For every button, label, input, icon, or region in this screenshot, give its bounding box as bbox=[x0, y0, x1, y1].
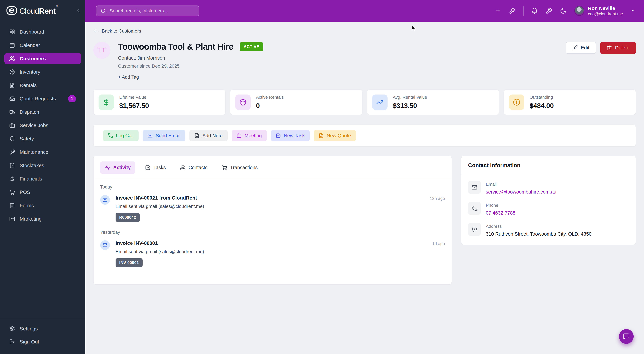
sidebar-item-marketing[interactable]: Marketing bbox=[4, 213, 81, 224]
detail-tabs: Activity Tasks Contacts Transaction bbox=[100, 161, 445, 174]
stat-card-outstanding: Outstanding $484.00 bbox=[504, 90, 636, 115]
dollar-icon bbox=[9, 176, 15, 182]
activity-timestamp: 12h ago bbox=[430, 196, 445, 201]
activity-description: Email sent via gmail (sales@cloudrent.me… bbox=[116, 204, 204, 209]
new-quote-button[interactable]: New Quote bbox=[314, 130, 356, 141]
chat-widget-button[interactable] bbox=[619, 329, 634, 344]
tab-contacts[interactable]: Contacts bbox=[176, 161, 212, 174]
send-email-button[interactable]: Send Email bbox=[142, 130, 185, 141]
plus-icon bbox=[494, 8, 501, 14]
sidebar-item-quote-requests[interactable]: Quote Requests 1 bbox=[4, 93, 81, 104]
page-title: Toowoomba Tool & Plant Hire bbox=[118, 42, 233, 52]
feed-group-heading: Yesterday bbox=[100, 230, 445, 235]
delete-button[interactable]: Delete bbox=[600, 42, 636, 54]
action-label: Meeting bbox=[245, 133, 262, 138]
activity-reference-chip[interactable]: R000042 bbox=[116, 213, 140, 222]
phone-icon bbox=[468, 202, 481, 215]
add-tag-button[interactable]: + Add Tag bbox=[118, 74, 139, 80]
sidebar-item-settings[interactable]: Settings bbox=[4, 323, 81, 334]
chevron-down-icon bbox=[631, 8, 636, 14]
stat-label: Lifetime Value bbox=[119, 95, 149, 100]
sidebar-item-label: Inventory bbox=[20, 69, 40, 75]
sidebar-item-maintenance[interactable]: Maintenance bbox=[4, 147, 81, 158]
activity-reference-chip[interactable]: INV-00001 bbox=[116, 258, 142, 267]
sidebar-item-rentals[interactable]: Rentals bbox=[4, 80, 81, 91]
global-search[interactable] bbox=[96, 6, 199, 16]
tab-activity[interactable]: Activity bbox=[100, 161, 136, 174]
pulse-icon bbox=[105, 165, 110, 170]
sidebar-item-customers[interactable]: Customers bbox=[4, 53, 81, 64]
meeting-button[interactable]: Meeting bbox=[232, 130, 267, 141]
brand-name-cloud: Cloud bbox=[19, 7, 39, 15]
contact-info-body: Email service@toowoombahire.com.au Phone… bbox=[462, 174, 636, 245]
sidebar-item-label: Stocktakes bbox=[20, 163, 44, 168]
edit-button[interactable]: Edit bbox=[566, 42, 596, 54]
bell-icon bbox=[531, 8, 538, 14]
sidebar-item-inventory[interactable]: Inventory bbox=[4, 66, 81, 77]
sidebar-item-label: Financials bbox=[20, 176, 42, 182]
contact-email-link[interactable]: service@toowoombahire.com.au bbox=[486, 189, 556, 195]
sidebar-collapse-button[interactable] bbox=[75, 8, 81, 14]
sidebar-item-forms[interactable]: Forms bbox=[4, 200, 81, 211]
sidebar-footer: Settings Sign Out bbox=[0, 319, 86, 354]
notifications-button[interactable] bbox=[531, 8, 538, 14]
dollar-icon bbox=[98, 95, 114, 110]
user-email: ceo@cloudrent.me bbox=[588, 12, 623, 16]
new-task-button[interactable]: New Task bbox=[271, 130, 310, 141]
contact-label: Phone bbox=[486, 202, 515, 208]
chat-bubble-icon bbox=[623, 333, 630, 340]
system-tools-button[interactable] bbox=[546, 8, 552, 14]
stat-label: Outstanding bbox=[530, 95, 554, 100]
package-icon bbox=[235, 95, 251, 110]
action-label: Add Note bbox=[202, 133, 222, 138]
stats-row: Lifetime Value $1,567.50 Active Rentals … bbox=[94, 90, 636, 115]
sidebar-item-financials[interactable]: Financials bbox=[4, 173, 81, 184]
content-area: Back to Customers TT Toowoomba Tool & Pl… bbox=[86, 22, 644, 354]
activity-item[interactable]: Invoice INV-00001 Email sent via gmail (… bbox=[100, 240, 445, 267]
header-actions: Edit Delete bbox=[566, 42, 636, 54]
stat-value: $313.50 bbox=[393, 102, 427, 110]
log-call-button[interactable]: Log Call bbox=[103, 130, 138, 141]
activity-title: Invoice INV-00021 from CloudRent bbox=[116, 195, 204, 201]
delete-button-label: Delete bbox=[615, 45, 630, 51]
contact-label: Address bbox=[486, 223, 592, 229]
quick-actions-bar: Log Call Send Email Add Note Meeting New… bbox=[94, 125, 636, 147]
brand-logo: CloudRent® bbox=[0, 0, 86, 22]
contact-phone-link[interactable]: 07 4632 7788 bbox=[486, 210, 515, 216]
user-menu[interactable]: Ron Neville ceo@cloudrent.me bbox=[574, 6, 636, 16]
tab-tasks[interactable]: Tasks bbox=[140, 161, 170, 174]
dark-mode-toggle[interactable] bbox=[560, 8, 567, 14]
sidebar-item-label: Sign Out bbox=[20, 339, 39, 345]
add-note-button[interactable]: Add Note bbox=[190, 130, 228, 141]
tab-label: Tasks bbox=[154, 165, 166, 170]
action-label: New Quote bbox=[327, 133, 351, 138]
back-to-customers-link[interactable]: Back to Customers bbox=[94, 28, 141, 34]
sidebar-item-stocktakes[interactable]: Stocktakes bbox=[4, 160, 81, 171]
activity-title: Invoice INV-00001 bbox=[116, 240, 204, 246]
tools-button[interactable] bbox=[509, 8, 516, 14]
activity-item[interactable]: Invoice INV-00021 from CloudRent Email s… bbox=[100, 195, 445, 222]
sidebar-item-sign-out[interactable]: Sign Out bbox=[4, 336, 81, 347]
sidebar-item-pos[interactable]: POS bbox=[4, 187, 81, 198]
contact-row-address: Address 310 Ruthven Street, Toowoomba Ci… bbox=[468, 223, 629, 237]
stat-value: $1,567.50 bbox=[119, 102, 149, 110]
trending-up-icon bbox=[372, 95, 388, 110]
email-activity-icon bbox=[100, 195, 110, 205]
users-icon bbox=[9, 56, 15, 61]
tab-label: Transactions bbox=[230, 165, 258, 170]
sidebar-item-service-jobs[interactable]: Service Jobs bbox=[4, 120, 81, 131]
stat-card-avg-rental-value: Avg. Rental Value $313.50 bbox=[367, 90, 499, 115]
sidebar-item-label: Rentals bbox=[20, 82, 37, 88]
search-input[interactable] bbox=[110, 8, 194, 14]
tab-transactions[interactable]: Transactions bbox=[217, 161, 262, 174]
sidebar-item-calendar[interactable]: Calendar bbox=[4, 40, 81, 51]
quick-add-button[interactable] bbox=[494, 8, 501, 14]
customer-header: TT Toowoomba Tool & Plant Hire ACTIVE Co… bbox=[94, 42, 636, 80]
topbar-actions: Ron Neville ceo@cloudrent.me bbox=[494, 6, 636, 16]
topbar-divider bbox=[523, 6, 524, 16]
sidebar-item-dispatch[interactable]: Dispatch bbox=[4, 107, 81, 118]
file-pen-icon bbox=[319, 133, 324, 138]
activity-timestamp: 1d ago bbox=[432, 241, 445, 246]
sidebar-item-safety[interactable]: Safety bbox=[4, 133, 81, 144]
sidebar-item-dashboard[interactable]: Dashboard bbox=[4, 26, 81, 37]
